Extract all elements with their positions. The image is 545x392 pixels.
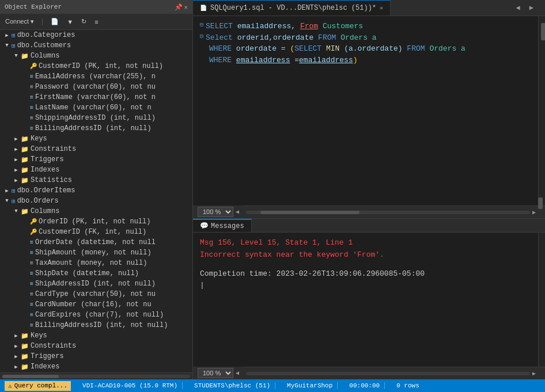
expand-icon: ▶: [12, 352, 21, 361]
results-scroll-right[interactable]: ▶: [532, 370, 536, 377]
expand-icon: [21, 290, 30, 299]
tree-item-col-password[interactable]: ≡ Password (varchar(60), not nu: [0, 82, 192, 92]
tree-item-col-customerid[interactable]: 🔑 CustomerID (PK, int, not null): [0, 61, 192, 71]
sql-editor[interactable]: ⊟ SELECT emailaddress, From Customers ⊟: [193, 16, 545, 205]
tree-item-categories[interactable]: ▶ ⊞ dbo.Categories: [0, 30, 192, 40]
tree-label: BillingAddressID (int, not null): [35, 321, 168, 329]
tree-item-customers-indexes[interactable]: ▶ 📁 Indexes: [0, 165, 192, 175]
scroll-right-btn[interactable]: ▶: [532, 209, 536, 216]
sql-panel: 📄 SQLQuery1.sql - VD...DENTS\phelsc (51)…: [193, 0, 545, 379]
kw-select-3: SELECT: [294, 43, 321, 55]
tree-item-col-lastname[interactable]: ≡ LastName (varchar(60), not n: [0, 102, 192, 113]
active-tab[interactable]: 📄 SQLQuery1.sql - VD...DENTS\phelsc (51)…: [193, 0, 391, 16]
tree-item-customers-triggers[interactable]: ▶ 📁 Triggers: [0, 154, 192, 165]
properties-icon[interactable]: ≡: [92, 17, 101, 27]
sp: [321, 43, 326, 55]
tree-item-customers-statistics[interactable]: ▶ 📁 Statistics: [0, 175, 192, 185]
tree-item-orders-keys[interactable]: ▶ 📁 Keys: [0, 330, 192, 341]
tree-item-col-shipaddressid[interactable]: ≡ ShipAddressID (int, not null): [0, 279, 192, 289]
tree-item-col-orderid[interactable]: 🔑 OrderID (PK, int, not null): [0, 216, 192, 227]
tree-item-customers-keys[interactable]: ▶ 📁 Keys: [0, 134, 192, 144]
line-collapse-1[interactable]: ⊟: [200, 21, 203, 29]
col-emailaddress2: emailaddress: [236, 55, 290, 66]
status-time: 00:00:00: [345, 382, 385, 389]
results-panel: 💬 Messages Msg 156, Level 15, State 1, L…: [193, 218, 545, 379]
tree-item-customers[interactable]: ▼ ⊞ dbo.Customers: [0, 40, 192, 51]
tree-item-orders-columns[interactable]: ▼ 📁 Columns: [0, 206, 192, 216]
tree-item-col-taxamount[interactable]: ≡ TaxAmount (money, not null): [0, 258, 192, 268]
tree-item-col-shipamount[interactable]: ≡ ShipAmount (money, not null): [0, 248, 192, 258]
tree-item-col-shippingaddressid[interactable]: ≡ ShippingAddressID (int, null): [0, 113, 192, 123]
new-query-icon[interactable]: 📄: [48, 16, 62, 27]
tab-scroll-left[interactable]: ◀: [512, 0, 525, 16]
col-icon: ≡: [30, 281, 33, 287]
tree-item-col-shipdate[interactable]: ≡ ShipDate (datetime, null): [0, 268, 192, 279]
tree-item-orderitems[interactable]: ▶ ⊞ dbo.OrderItems: [0, 185, 192, 196]
expand-icon: ▶: [12, 362, 21, 371]
tree-item-customers-constraints[interactable]: ▶ 📁 Constraints: [0, 144, 192, 154]
tab-scroll-right[interactable]: ▶: [525, 0, 538, 16]
col-orderdate: orderdate =: [236, 43, 286, 55]
close-icon[interactable]: ✕: [184, 3, 188, 11]
tree-label: dbo.Categories: [17, 31, 75, 39]
results-tabs: 💬 Messages: [193, 219, 545, 233]
sp: [233, 32, 237, 44]
table-icon: ⊞: [12, 32, 16, 39]
tree-item-col-billingaddressid[interactable]: ≡ BillingAddressID (int, null): [0, 123, 192, 134]
results-hscroll-track[interactable]: [246, 372, 530, 375]
filter-icon[interactable]: ▼: [64, 17, 76, 27]
tree-item-col-cardnumber[interactable]: ≡ CardNumber (char(16), not nu: [0, 299, 192, 310]
pin-icon[interactable]: 📌: [175, 3, 183, 11]
connect-button[interactable]: Connect ▾: [2, 16, 37, 27]
editor-vscrollbar[interactable]: [538, 16, 545, 205]
results-scroll-left[interactable]: ◀: [236, 370, 239, 376]
expand-icon: ▶: [12, 331, 21, 340]
expand-icon: ▶: [12, 144, 21, 154]
col-min-arg: (a.orderdate): [344, 43, 402, 55]
tree-item-orders-constraints[interactable]: ▶ 📁 Constraints: [0, 341, 192, 351]
results-zoom-bar: 100 % ◀: [193, 367, 244, 380]
tree-item-orders[interactable]: ▼ ⊞ dbo.Orders: [0, 196, 192, 206]
tree-label: ShippingAddressID (int, null): [35, 114, 156, 122]
oe-header-icons: 📌 ✕: [175, 3, 188, 11]
tab-close-button[interactable]: ✕: [380, 5, 383, 12]
results-vscrollbar[interactable]: [538, 233, 545, 367]
tree-item-col-customerid2[interactable]: 🔑 CustomerID (FK, int, null): [0, 227, 192, 237]
expand-icon: [21, 279, 30, 288]
editor-hscroll-thumb[interactable]: [260, 211, 360, 214]
warning-icon: ⚠: [8, 382, 12, 390]
tree-item-orders-triggers[interactable]: ▶ 📁 Triggers: [0, 351, 192, 361]
tree-item-col-firstname[interactable]: ≡ FirstName (varchar(60), not n: [0, 92, 192, 102]
sp: [339, 43, 344, 55]
col-icon: ≡: [30, 322, 33, 329]
tree-item-customers-columns[interactable]: ▼ 📁 Columns: [0, 51, 192, 61]
results-zoom-select[interactable]: 100 %: [198, 368, 233, 378]
tree-item-col-orderdate[interactable]: ≡ OrderDate (datetime, not null: [0, 237, 192, 248]
tree-label: FirstName (varchar(60), not n: [35, 93, 156, 101]
scroll-left-btn[interactable]: ◀: [236, 208, 239, 215]
oe-toolbar: Connect ▾ | 📄 ▼ ↻ ≡: [0, 14, 192, 30]
error-line-1: Msg 156, Level 15, State 1, Line 1: [200, 237, 531, 249]
refresh-icon[interactable]: ↻: [78, 16, 89, 27]
oe-scrollbar-h[interactable]: [0, 372, 192, 379]
expand-icon: ▶: [2, 31, 12, 40]
tree-item-col-cardexpires[interactable]: ≡ CardExpires (char(7), not null): [0, 310, 192, 320]
tree-item-col-emailaddress[interactable]: ≡ EmailAddress (varchar(255), n: [0, 71, 192, 82]
tree-item-col-cardtype[interactable]: ≡ CardType (varchar(50), not nu: [0, 289, 192, 299]
col-icon: ≡: [30, 125, 33, 132]
zoom-select[interactable]: 100 % 75 % 125 %: [198, 207, 233, 217]
tab-messages[interactable]: 💬 Messages: [193, 219, 252, 232]
line-collapse-2[interactable]: ⊟: [200, 32, 203, 41]
object-explorer-panel: Object Explorer 📌 ✕ Connect ▾ | 📄 ▼ ↻ ≡ …: [0, 0, 193, 379]
tree-label: EmailAddress (varchar(255), n: [35, 73, 156, 81]
expand-icon: ▶: [12, 165, 21, 174]
col-icon: ≡: [30, 94, 33, 101]
editor-hscroll-track[interactable]: [246, 211, 530, 214]
tree-item-col-billingaddressid2[interactable]: ≡ BillingAddressID (int, not null): [0, 320, 192, 330]
sp: [318, 21, 323, 32]
expand-icon: ▶: [12, 134, 21, 143]
sp: =: [290, 55, 299, 66]
tree-item-orders-indexes[interactable]: ▶ 📁 Indexes: [0, 361, 192, 372]
paren-close: ): [353, 55, 358, 66]
tab-messages-label: Messages: [211, 222, 244, 230]
